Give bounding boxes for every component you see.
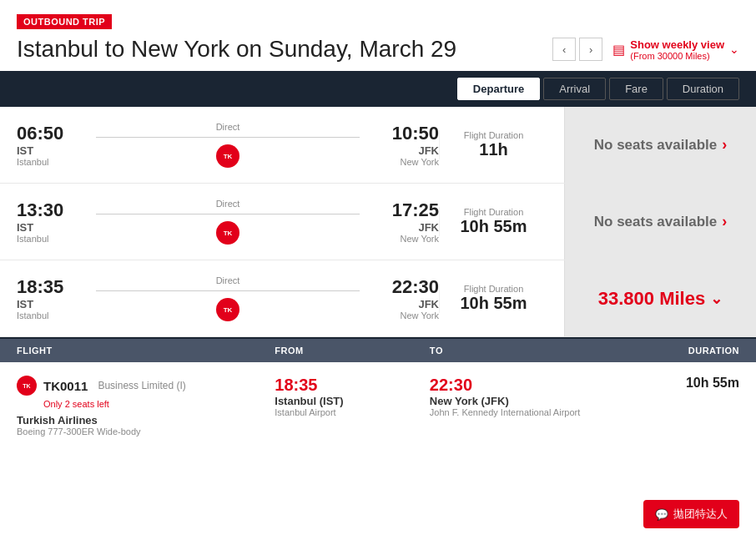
airline-logo: TK xyxy=(216,298,239,321)
airline-name: Turkish Airlines xyxy=(17,414,275,426)
weekly-view-button[interactable]: ▤ Show weekly view (From 30000 Miles) ⌄ xyxy=(612,38,739,61)
route-middle: Direct TK xyxy=(83,275,372,321)
sort-fare-button[interactable]: Fare xyxy=(609,78,663,100)
no-seats-text: No seats available › xyxy=(594,213,727,230)
direct-label: Direct xyxy=(216,275,240,285)
depart-block: 18:35 IST Istanbul xyxy=(17,276,83,320)
flight-info: 06:50 IST Istanbul Direct TK 10:50 JFK xyxy=(0,107,564,183)
detail-header: FLIGHT FROM TO DURATION xyxy=(0,339,756,362)
from-city: Istanbul (IST) xyxy=(275,395,430,407)
route-line xyxy=(96,137,360,138)
duration-value: 11h xyxy=(479,140,507,159)
no-seats-chevron: › xyxy=(722,213,727,230)
table-row: 13:30 IST Istanbul Direct TK 17:25 JFK xyxy=(0,184,756,260)
wechat-label: 拋团特达人 xyxy=(673,507,728,522)
weekly-view-label: Show weekly view xyxy=(630,38,724,51)
to-airport: John F. Kennedy International Airport xyxy=(430,407,636,417)
arrive-block: 10:50 JFK New York xyxy=(372,123,439,167)
weekly-view-chevron: ⌄ xyxy=(729,43,739,56)
depart-time: 06:50 xyxy=(17,123,83,144)
arrive-code: JFK xyxy=(372,144,439,157)
flight-times: 06:50 IST Istanbul Direct TK 10:50 JFK xyxy=(17,122,439,168)
detail-from-col: 18:35 Istanbul (IST) Istanbul Airport xyxy=(275,376,430,417)
duration-block: Flight Duration 11h xyxy=(439,130,547,159)
route-line xyxy=(96,214,360,214)
wechat-badge: 💬 拋团特达人 xyxy=(643,500,739,528)
to-city: New York (JFK) xyxy=(430,395,636,407)
detail-flight-col: TK TK0011 Business Limited (I) Only 2 se… xyxy=(17,376,275,437)
arrive-code: JFK xyxy=(372,221,439,234)
arrive-city: New York xyxy=(372,157,439,167)
cabin-class: Business Limited (I) xyxy=(98,380,185,391)
route-middle: Direct TK xyxy=(83,122,372,168)
price-chevron: ⌄ xyxy=(710,290,723,308)
detail-to-col: 22:30 New York (JFK) John F. Kennedy Int… xyxy=(430,376,636,417)
flight-info: 13:30 IST Istanbul Direct TK 17:25 JFK xyxy=(0,184,564,260)
next-arrow-button[interactable]: › xyxy=(579,38,602,61)
chart-icon: ▤ xyxy=(612,42,625,58)
flight-number-row: TK TK0011 Business Limited (I) xyxy=(17,376,275,396)
arrive-block: 17:25 JFK New York xyxy=(372,199,439,244)
arrive-block: 22:30 JFK New York xyxy=(372,276,439,320)
sort-bar: Departure Arrival Fare Duration xyxy=(0,71,756,107)
wechat-icon: 💬 xyxy=(655,508,668,521)
prev-arrow-button[interactable]: ‹ xyxy=(552,38,576,61)
sort-arrival-button[interactable]: Arrival xyxy=(543,78,606,100)
depart-code: IST xyxy=(17,221,83,234)
arrive-time: 22:30 xyxy=(372,276,439,298)
depart-block: 13:30 IST Istanbul xyxy=(17,199,83,244)
flight-logo: TK xyxy=(17,376,37,396)
direct-label: Direct xyxy=(216,122,240,132)
depart-city: Istanbul xyxy=(17,234,83,244)
no-seats-block[interactable]: No seats available › xyxy=(564,184,756,260)
from-airport: Istanbul Airport xyxy=(275,407,430,417)
no-seats-block[interactable]: No seats available › xyxy=(564,107,756,183)
direct-label: Direct xyxy=(216,199,240,209)
detail-col-from-label: FROM xyxy=(275,346,430,356)
arrive-time: 17:25 xyxy=(372,199,439,221)
aircraft-type: Boeing 777-300ER Wide-body xyxy=(17,426,275,437)
price-miles-block[interactable]: 33.800 Miles ⌄ xyxy=(564,260,756,336)
detail-duration: 10h 55m xyxy=(636,376,739,391)
page-title: Istanbul to New York on Sunday, March 29 xyxy=(17,36,456,63)
duration-label: Flight Duration xyxy=(464,207,524,217)
detail-col-flight-label: FLIGHT xyxy=(17,346,275,356)
duration-block: Flight Duration 10h 55m xyxy=(439,207,547,236)
sort-departure-button[interactable]: Departure xyxy=(457,78,540,100)
duration-value: 10h 55m xyxy=(460,217,527,236)
seats-left: Only 2 seats left xyxy=(43,399,275,409)
route-line xyxy=(96,290,360,291)
no-seats-chevron: › xyxy=(722,136,727,154)
flights-list: 06:50 IST Istanbul Direct TK 10:50 JFK xyxy=(0,107,756,337)
no-seats-text: No seats available › xyxy=(594,136,727,154)
to-time: 22:30 xyxy=(430,376,636,395)
depart-time: 18:35 xyxy=(17,276,83,298)
detail-body: TK TK0011 Business Limited (I) Only 2 se… xyxy=(0,362,756,450)
detail-col-duration-label: DURATION xyxy=(636,346,739,356)
detail-duration-col: 10h 55m xyxy=(636,376,739,391)
arrive-city: New York xyxy=(372,310,439,320)
duration-label: Flight Duration xyxy=(464,130,524,140)
duration-value: 10h 55m xyxy=(460,294,527,313)
table-row: 06:50 IST Istanbul Direct TK 10:50 JFK xyxy=(0,107,756,184)
detail-col-to-label: TO xyxy=(430,346,636,356)
duration-label: Flight Duration xyxy=(464,284,524,294)
arrive-code: JFK xyxy=(372,298,439,310)
flight-number: TK0011 xyxy=(43,379,88,393)
duration-block: Flight Duration 10h 55m xyxy=(439,284,547,313)
depart-code: IST xyxy=(17,298,83,310)
depart-time: 13:30 xyxy=(17,199,83,221)
price-miles-text: 33.800 Miles ⌄ xyxy=(598,288,723,310)
table-row: 18:35 IST Istanbul Direct TK 22:30 JFK xyxy=(0,260,756,337)
airline-logo: TK xyxy=(216,221,239,245)
sort-duration-button[interactable]: Duration xyxy=(667,78,739,100)
arrive-city: New York xyxy=(372,234,439,244)
depart-city: Istanbul xyxy=(17,157,83,167)
flight-info: 18:35 IST Istanbul Direct TK 22:30 JFK xyxy=(0,260,564,336)
flight-times: 18:35 IST Istanbul Direct TK 22:30 JFK xyxy=(17,275,439,321)
flight-detail: FLIGHT FROM TO DURATION TK TK0011 Busine… xyxy=(0,337,756,450)
arrive-time: 10:50 xyxy=(372,123,439,144)
route-middle: Direct TK xyxy=(83,199,372,245)
depart-block: 06:50 IST Istanbul xyxy=(17,123,83,167)
depart-code: IST xyxy=(17,144,83,157)
